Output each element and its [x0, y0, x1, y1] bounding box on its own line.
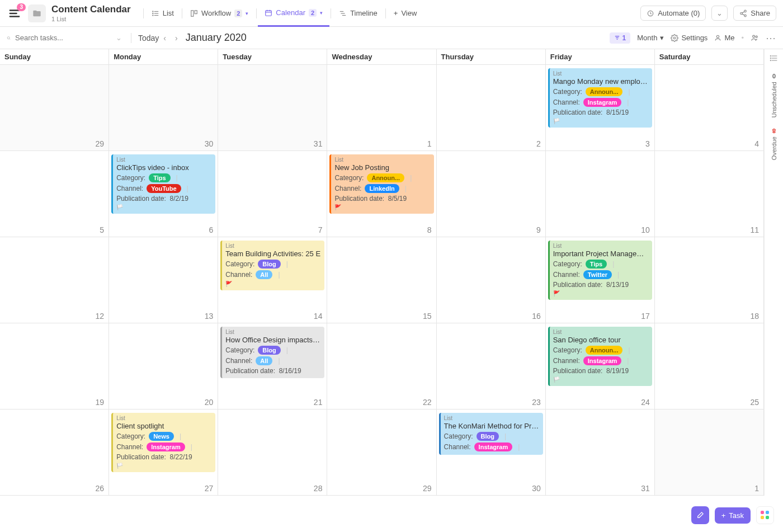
day-cell[interactable]: List ClickTips video - inbox Category: T… [109, 151, 218, 237]
event-card[interactable]: List The KonMari Method for Proje Catego… [439, 413, 543, 455]
day-cell[interactable]: 7 [218, 151, 327, 237]
svg-point-36 [770, 55, 771, 56]
day-cell[interactable]: 15 [327, 237, 436, 323]
unscheduled-panel[interactable]: Unscheduled 0 [771, 73, 777, 117]
event-card[interactable]: List New Job Posting Category: Announ...… [329, 154, 433, 214]
day-number: 19 [96, 398, 105, 407]
day-cell[interactable]: 1 [327, 65, 436, 150]
add-view[interactable]: + View [387, 0, 424, 26]
next-month[interactable]: › [171, 34, 182, 43]
day-cell[interactable]: 13 [109, 237, 218, 323]
event-card[interactable]: List ClickTips video - inbox Category: T… [111, 154, 215, 214]
event-card[interactable]: List San Diego office tour Category: Ann… [548, 327, 652, 386]
day-cell[interactable]: 18 [655, 237, 764, 323]
apps-button[interactable] [756, 506, 774, 524]
day-cell[interactable]: 9 [437, 151, 546, 237]
event-list-label: List [553, 243, 649, 249]
event-card[interactable]: List Team Building Activities: 25 E Cate… [220, 241, 324, 290]
week-row: 29303112List Mango Monday new employee C… [0, 65, 764, 151]
day-cell[interactable]: 28 [218, 409, 327, 495]
me-button[interactable]: Me [714, 34, 734, 42]
event-card[interactable]: List How Office Design impacts Pr Catego… [220, 327, 324, 378]
day-cell[interactable]: List How Office Design impacts Pr Catego… [218, 323, 327, 409]
quick-note-button[interactable] [691, 506, 709, 524]
topbar-right: Automate (0) ⌄ Share [640, 6, 776, 21]
day-cell[interactable]: 29 [327, 409, 436, 495]
event-channel: Channel: All| [225, 270, 321, 279]
share-button[interactable]: Share [733, 6, 776, 21]
day-cell[interactable]: 22 [327, 323, 436, 409]
settings-button[interactable]: Settings [671, 34, 707, 42]
day-cell[interactable]: 11 [655, 151, 764, 237]
more-menu[interactable]: ⋯ [766, 32, 776, 44]
today-button[interactable]: Today [138, 34, 159, 43]
day-cell[interactable]: List New Job Posting Category: Announ...… [327, 151, 436, 237]
day-cell[interactable]: 10 [546, 151, 655, 237]
event-channel: Channel: Twitter| [553, 270, 649, 279]
day-number: 4 [754, 139, 759, 148]
day-number: 29 [423, 484, 432, 493]
day-cell[interactable]: List Client spotlight Category: News| Ch… [109, 409, 218, 495]
day-cell[interactable]: List Team Building Activities: 25 E Cate… [218, 237, 327, 323]
event-list-label: List [553, 329, 649, 335]
day-header: Sunday [0, 49, 109, 64]
day-number: 23 [532, 398, 541, 407]
event-card[interactable]: List Client spotlight Category: News| Ch… [111, 413, 215, 472]
day-cell[interactable]: 29 [0, 65, 109, 150]
day-cell[interactable]: 25 [655, 323, 764, 409]
view-tab-timeline[interactable]: Timeline [332, 0, 384, 26]
event-pubdate: Publication date: 8/2/19 [116, 195, 212, 203]
day-cell[interactable]: List San Diego office tour Category: Ann… [546, 323, 655, 409]
day-cell[interactable]: 31 [218, 65, 327, 150]
calendar: SundayMondayTuesdayWednesdayThursdayFrid… [0, 49, 764, 496]
search-dropdown[interactable]: ⌄ [114, 34, 124, 42]
day-number: 8 [427, 225, 432, 234]
day-cell[interactable]: 26 [0, 409, 109, 495]
assignees-button[interactable] [751, 34, 759, 42]
day-cell[interactable]: 30 [109, 65, 218, 150]
prev-month[interactable]: ‹ [159, 34, 171, 43]
event-pubdate: Publication date: 8/16/19 [225, 367, 321, 375]
category-pill: Announ... [367, 173, 404, 182]
event-list-label: List [116, 157, 212, 163]
day-cell[interactable]: 12 [0, 237, 109, 323]
day-cell[interactable]: 4 [655, 65, 764, 150]
svg-point-38 [770, 60, 771, 60]
day-cell[interactable]: 16 [437, 237, 546, 323]
event-channel: Channel: YouTube| [116, 184, 212, 193]
overdue-panel[interactable]: Overdue 8 [771, 128, 777, 160]
day-cell[interactable]: 23 [437, 323, 546, 409]
day-cell[interactable]: 2 [437, 65, 546, 150]
menu-toggle[interactable]: 3 [7, 6, 22, 21]
svg-point-37 [770, 58, 771, 58]
event-card[interactable]: List Important Project Management Catego… [548, 241, 652, 300]
event-pubdate: Publication date: 8/13/19 [553, 281, 649, 289]
event-pubdate: Publication date: 8/19/19 [553, 367, 649, 375]
day-cell[interactable]: 5 [0, 151, 109, 237]
day-cell[interactable]: List Mango Monday new employee Category:… [546, 65, 655, 150]
category-pill: Blog [258, 260, 280, 269]
gear-icon [671, 34, 678, 42]
automate-dropdown[interactable]: ⌄ [711, 6, 728, 21]
day-cell[interactable]: 31 [546, 409, 655, 495]
view-tab-workflow[interactable]: Workflow 2 ▾ [183, 0, 255, 26]
filter-button[interactable]: 1 [610, 32, 631, 44]
week-row: 1920List How Office Design impacts Pr Ca… [0, 323, 764, 409]
month-dropdown[interactable]: Month ▾ [637, 34, 664, 42]
search-icon [7, 34, 11, 42]
view-tab-list[interactable]: List [145, 0, 181, 26]
filter-count: 1 [622, 34, 626, 42]
week-row: 5List ClickTips video - inbox Category: … [0, 151, 764, 237]
day-cell[interactable]: List Important Project Management Catego… [546, 237, 655, 323]
view-tab-calendar[interactable]: Calendar 2 ▾ [258, 1, 329, 27]
event-card[interactable]: List Mango Monday new employee Category:… [548, 68, 652, 128]
day-cell[interactable]: 1 [655, 409, 764, 495]
list-icon[interactable] [770, 54, 779, 63]
search-input[interactable] [15, 34, 109, 42]
plus-icon: + [394, 9, 398, 17]
day-cell[interactable]: 20 [109, 323, 218, 409]
day-cell[interactable]: 19 [0, 323, 109, 409]
automate-button[interactable]: Automate (0) [640, 6, 706, 21]
day-cell[interactable]: List The KonMari Method for Proje Catego… [437, 409, 546, 495]
new-task-button[interactable]: + Task [715, 507, 751, 524]
